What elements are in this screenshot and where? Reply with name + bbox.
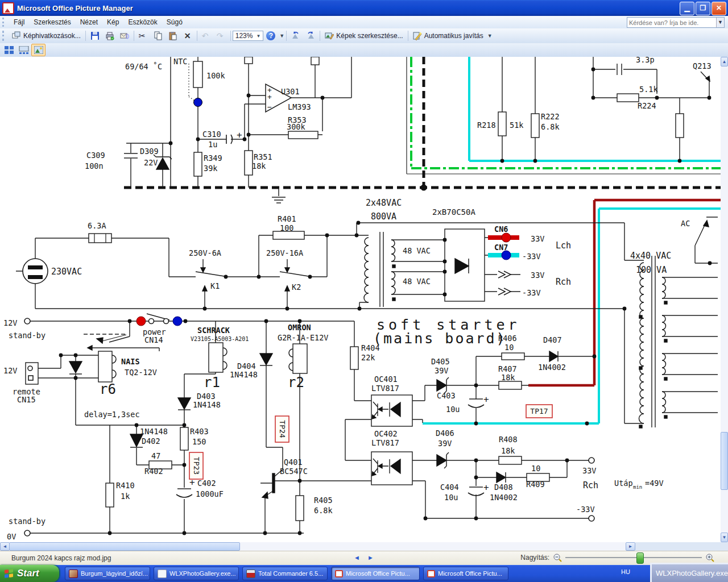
menu-szerkesztes[interactable]: Szerkesztés bbox=[29, 17, 75, 27]
schematic-label: OC402 bbox=[374, 429, 398, 438]
picture-manager-icon bbox=[335, 570, 343, 577]
print-button[interactable] bbox=[102, 30, 117, 41]
taskbar-task-totalcommander[interactable]: Total Commander 6.5... bbox=[242, 567, 328, 580]
mail-button[interactable] bbox=[117, 30, 132, 41]
schematic-label: OC401 bbox=[374, 375, 398, 384]
start-button[interactable]: Start bbox=[0, 565, 59, 582]
background-window-titlebar[interactable]: WLXPhotoGallery.exe bbox=[650, 563, 728, 582]
schematic-label: R351 bbox=[254, 152, 272, 161]
rotate-right-icon bbox=[306, 31, 315, 40]
overflow-icon[interactable]: ▼ bbox=[279, 33, 284, 39]
schematic-label: 51k bbox=[510, 120, 523, 130]
taskbar-task-picture-manager-active[interactable]: Microsoft Office Pictu... bbox=[331, 567, 420, 580]
schematic-label: 18k bbox=[501, 446, 515, 455]
image-viewport[interactable]: 69/64 ˚CNTC100kU301LM393R353300kC3101u+C… bbox=[0, 57, 721, 542]
total-commander-icon bbox=[246, 569, 255, 578]
taskbar-task-burgum[interactable]: Burgum_lágyind_időzí... bbox=[65, 567, 150, 580]
schematic-label: stand-by bbox=[9, 517, 46, 526]
diode-r6 bbox=[69, 361, 82, 373]
main-toolbar: Képhivatkozások... ✂ ✕ ↶ ↷ 123%▼ ? ▼ Kép… bbox=[0, 28, 728, 43]
help-search-box[interactable]: ▼ bbox=[627, 17, 725, 28]
schematic-image: 69/64 ˚CNTC100kU301LM393R353300kC3101u+C… bbox=[0, 57, 721, 542]
autocorrect-button[interactable]: Automatikus javítás bbox=[410, 30, 486, 41]
schematic-label: + bbox=[237, 130, 242, 140]
paste-icon bbox=[168, 31, 177, 40]
redo-button[interactable]: ↷ bbox=[214, 30, 229, 41]
scroll-up-button[interactable]: ▲ bbox=[721, 57, 728, 66]
resistor-r408 bbox=[499, 456, 522, 464]
close-button[interactable]: ✕ bbox=[712, 2, 726, 15]
schematic-label: 100 bbox=[280, 223, 293, 232]
resistor-r410 bbox=[106, 483, 114, 507]
schematic-label: CN15 bbox=[17, 395, 36, 404]
taskbar-task-wlxgallery[interactable]: WLXPhotoGallery.exe... bbox=[154, 567, 239, 580]
zoom-slider-track[interactable] bbox=[565, 557, 702, 558]
filmstrip-view-button[interactable] bbox=[16, 44, 31, 56]
schematic-label: R406 bbox=[498, 334, 517, 343]
rotate-left-button[interactable] bbox=[288, 30, 303, 41]
schematic-label: C404 bbox=[440, 483, 459, 492]
fuse-6-3a bbox=[89, 234, 111, 243]
horizontal-scroll-thumb[interactable] bbox=[9, 542, 240, 551]
save-button[interactable] bbox=[88, 30, 102, 41]
restore-button[interactable]: ❐ bbox=[696, 2, 710, 15]
menu-eszkozok[interactable]: Eszközök bbox=[123, 17, 162, 27]
vertical-scrollbar[interactable]: ▲ ▼ bbox=[721, 57, 728, 542]
rotate-right-button[interactable] bbox=[303, 30, 318, 41]
overflow-icon[interactable]: ▼ bbox=[487, 33, 493, 39]
copy-button[interactable] bbox=[151, 30, 166, 41]
schematic-label: D309 bbox=[140, 147, 159, 156]
schematic-label: 18k bbox=[252, 161, 266, 171]
zoom-combobox[interactable]: 123%▼ bbox=[233, 31, 264, 41]
toolbar-grip bbox=[2, 31, 7, 41]
language-indicator[interactable]: HU bbox=[621, 568, 630, 575]
minimize-button[interactable]: ▁ bbox=[680, 2, 694, 15]
horizontal-scrollbar[interactable]: ◄ ► bbox=[0, 542, 635, 551]
schematic-label: − bbox=[267, 103, 272, 111]
schematic-label: 69/64 ˚C bbox=[125, 62, 162, 71]
menu-fajl[interactable]: Fájl bbox=[9, 17, 29, 27]
shortcuts-button[interactable]: Képhivatkozások... bbox=[9, 30, 84, 41]
schematic-label: D404 bbox=[237, 361, 256, 371]
cut-icon: ✂ bbox=[139, 31, 148, 40]
mains-plug bbox=[23, 259, 48, 284]
menu-kep[interactable]: Kép bbox=[102, 17, 123, 27]
delete-button[interactable]: ✕ bbox=[180, 30, 195, 41]
schematic-label: r6 bbox=[100, 381, 116, 397]
thumbnail-view-button[interactable] bbox=[2, 44, 16, 56]
previous-image-button[interactable]: ◄ bbox=[354, 554, 360, 561]
single-image-view-button[interactable] bbox=[31, 44, 46, 56]
schematic-label: stand-by bbox=[9, 331, 46, 340]
schematic-label: 39V bbox=[438, 439, 452, 448]
schematic-label: 10 bbox=[504, 343, 514, 352]
chevron-down-icon[interactable]: ▼ bbox=[716, 18, 724, 27]
menu-sugo[interactable]: Súgó bbox=[162, 17, 187, 27]
menu-nezet[interactable]: Nézet bbox=[76, 17, 102, 27]
help-search-input[interactable] bbox=[627, 19, 716, 27]
paste-button[interactable] bbox=[166, 30, 180, 41]
schematic-label: r2 bbox=[288, 375, 304, 390]
vertical-scroll-thumb[interactable] bbox=[721, 432, 728, 490]
schematic-label: 100 VA bbox=[636, 265, 667, 275]
scroll-down-button[interactable]: ▼ bbox=[721, 533, 728, 542]
schematic-label: 47 bbox=[151, 451, 160, 460]
picture-manager-icon bbox=[427, 570, 435, 577]
cut-button[interactable]: ✂ bbox=[136, 30, 151, 41]
schematic-label: 100n bbox=[85, 161, 104, 171]
schematic-label: R403 bbox=[190, 427, 209, 436]
edit-pictures-button[interactable]: Képek szerkesztése... bbox=[322, 30, 406, 41]
next-image-button[interactable]: ► bbox=[367, 554, 374, 561]
schematic-label: R408 bbox=[499, 435, 518, 444]
zoom-in-icon[interactable] bbox=[705, 553, 714, 562]
scroll-right-button[interactable]: ► bbox=[626, 542, 635, 551]
undo-button[interactable]: ↶ bbox=[199, 30, 214, 41]
schematic-label: 33V bbox=[531, 271, 544, 280]
taskbar-task-picture-manager[interactable]: Microsoft Office Pictu... bbox=[423, 567, 508, 580]
help-button[interactable]: ? bbox=[263, 30, 278, 41]
relay-r1 bbox=[209, 343, 223, 372]
zoom-slider-thumb[interactable] bbox=[636, 552, 644, 564]
scroll-left-button[interactable]: ◄ bbox=[0, 542, 10, 551]
filename-label: Burgum 2024 kapcs rajz mod.jpg bbox=[11, 554, 111, 562]
zoom-out-icon[interactable] bbox=[553, 553, 562, 562]
schematic-label: R405 bbox=[314, 496, 333, 505]
